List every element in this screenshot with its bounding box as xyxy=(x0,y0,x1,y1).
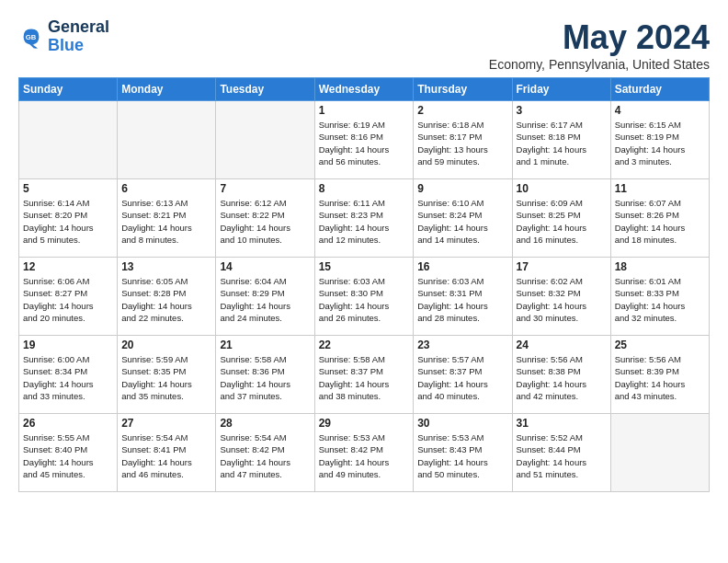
calendar-cell: 30Sunrise: 5:53 AM Sunset: 8:43 PM Dayli… xyxy=(414,414,512,492)
calendar-cell: 19Sunrise: 6:00 AM Sunset: 8:34 PM Dayli… xyxy=(19,336,118,414)
calendar-cell: 23Sunrise: 5:57 AM Sunset: 8:37 PM Dayli… xyxy=(414,336,512,414)
day-info: Sunrise: 5:59 AM Sunset: 8:35 PM Dayligh… xyxy=(121,353,211,402)
th-wednesday: Wednesday xyxy=(314,78,414,101)
th-sunday: Sunday xyxy=(19,78,118,101)
calendar-cell: 14Sunrise: 6:04 AM Sunset: 8:29 PM Dayli… xyxy=(216,258,314,336)
calendar-cell: 20Sunrise: 5:59 AM Sunset: 8:35 PM Dayli… xyxy=(118,336,216,414)
day-number: 12 xyxy=(23,260,113,273)
day-number: 29 xyxy=(319,417,410,430)
calendar-cell: 26Sunrise: 5:55 AM Sunset: 8:40 PM Dayli… xyxy=(19,414,118,492)
calendar-cell: 5Sunrise: 6:14 AM Sunset: 8:20 PM Daylig… xyxy=(19,179,118,258)
logo: GB General Blue xyxy=(18,18,109,55)
logo-general: General xyxy=(48,18,109,37)
calendar-cell xyxy=(216,101,314,179)
calendar-cell: 27Sunrise: 5:54 AM Sunset: 8:41 PM Dayli… xyxy=(118,414,216,492)
week-row-4: 19Sunrise: 6:00 AM Sunset: 8:34 PM Dayli… xyxy=(19,336,710,414)
day-info: Sunrise: 5:58 AM Sunset: 8:36 PM Dayligh… xyxy=(220,353,310,402)
calendar-cell: 18Sunrise: 6:01 AM Sunset: 8:33 PM Dayli… xyxy=(610,258,709,336)
day-number: 27 xyxy=(121,417,211,430)
day-number: 4 xyxy=(615,104,705,117)
day-number: 9 xyxy=(417,182,507,195)
day-info: Sunrise: 6:06 AM Sunset: 8:27 PM Dayligh… xyxy=(23,275,113,324)
day-info: Sunrise: 5:53 AM Sunset: 8:42 PM Dayligh… xyxy=(319,431,410,480)
week-row-5: 26Sunrise: 5:55 AM Sunset: 8:40 PM Dayli… xyxy=(19,414,710,492)
day-info: Sunrise: 5:54 AM Sunset: 8:41 PM Dayligh… xyxy=(121,431,211,480)
day-number: 10 xyxy=(517,182,607,195)
logo-icon: GB xyxy=(18,24,44,50)
header: GB General Blue May 2024 Economy, Pennsy… xyxy=(18,18,710,72)
calendar-cell: 13Sunrise: 6:05 AM Sunset: 8:28 PM Dayli… xyxy=(118,258,216,336)
calendar-cell: 6Sunrise: 6:13 AM Sunset: 8:21 PM Daylig… xyxy=(118,179,216,258)
day-info: Sunrise: 6:12 AM Sunset: 8:22 PM Dayligh… xyxy=(220,197,310,246)
day-number: 26 xyxy=(23,417,113,430)
day-number: 24 xyxy=(517,339,607,351)
day-number: 6 xyxy=(121,182,211,195)
calendar-cell xyxy=(610,414,709,492)
day-number: 21 xyxy=(220,339,310,351)
week-row-1: 1Sunrise: 6:19 AM Sunset: 8:16 PM Daylig… xyxy=(19,101,710,179)
day-number: 18 xyxy=(615,260,705,273)
calendar-cell xyxy=(118,101,216,179)
header-row: Sunday Monday Tuesday Wednesday Thursday… xyxy=(19,78,710,101)
calendar-cell: 24Sunrise: 5:56 AM Sunset: 8:38 PM Dayli… xyxy=(512,336,610,414)
calendar-cell: 4Sunrise: 6:15 AM Sunset: 8:19 PM Daylig… xyxy=(610,101,709,179)
day-info: Sunrise: 6:17 AM Sunset: 8:18 PM Dayligh… xyxy=(517,119,607,167)
day-number: 23 xyxy=(417,339,507,351)
day-info: Sunrise: 6:19 AM Sunset: 8:16 PM Dayligh… xyxy=(319,119,410,167)
calendar-cell: 9Sunrise: 6:10 AM Sunset: 8:24 PM Daylig… xyxy=(414,179,512,258)
day-number: 2 xyxy=(417,104,507,117)
svg-text:GB: GB xyxy=(26,33,37,41)
day-number: 31 xyxy=(517,417,607,430)
day-info: Sunrise: 6:02 AM Sunset: 8:32 PM Dayligh… xyxy=(517,275,607,324)
day-info: Sunrise: 5:56 AM Sunset: 8:39 PM Dayligh… xyxy=(615,353,705,402)
day-info: Sunrise: 6:10 AM Sunset: 8:24 PM Dayligh… xyxy=(417,197,507,246)
calendar-cell: 1Sunrise: 6:19 AM Sunset: 8:16 PM Daylig… xyxy=(314,101,414,179)
th-thursday: Thursday xyxy=(414,78,512,101)
day-number: 22 xyxy=(319,339,410,351)
day-info: Sunrise: 6:03 AM Sunset: 8:31 PM Dayligh… xyxy=(417,275,507,324)
day-info: Sunrise: 6:05 AM Sunset: 8:28 PM Dayligh… xyxy=(121,275,211,324)
calendar-cell: 25Sunrise: 5:56 AM Sunset: 8:39 PM Dayli… xyxy=(610,336,709,414)
calendar: Sunday Monday Tuesday Wednesday Thursday… xyxy=(18,77,710,492)
day-info: Sunrise: 5:53 AM Sunset: 8:43 PM Dayligh… xyxy=(417,431,507,480)
day-number: 14 xyxy=(220,260,310,273)
calendar-cell xyxy=(19,101,118,179)
month-title: May 2024 xyxy=(489,18,710,57)
day-info: Sunrise: 5:56 AM Sunset: 8:38 PM Dayligh… xyxy=(517,353,607,402)
day-number: 3 xyxy=(517,104,607,117)
day-number: 15 xyxy=(319,260,410,273)
calendar-cell: 28Sunrise: 5:54 AM Sunset: 8:42 PM Dayli… xyxy=(216,414,314,492)
day-info: Sunrise: 6:04 AM Sunset: 8:29 PM Dayligh… xyxy=(220,275,310,324)
day-info: Sunrise: 6:07 AM Sunset: 8:26 PM Dayligh… xyxy=(615,197,705,246)
calendar-cell: 10Sunrise: 6:09 AM Sunset: 8:25 PM Dayli… xyxy=(512,179,610,258)
day-number: 28 xyxy=(220,417,310,430)
calendar-cell: 2Sunrise: 6:18 AM Sunset: 8:17 PM Daylig… xyxy=(414,101,512,179)
calendar-cell: 22Sunrise: 5:58 AM Sunset: 8:37 PM Dayli… xyxy=(314,336,414,414)
calendar-cell: 3Sunrise: 6:17 AM Sunset: 8:18 PM Daylig… xyxy=(512,101,610,179)
page: GB General Blue May 2024 Economy, Pennsy… xyxy=(0,0,728,501)
day-info: Sunrise: 5:52 AM Sunset: 8:44 PM Dayligh… xyxy=(517,431,607,480)
day-info: Sunrise: 6:13 AM Sunset: 8:21 PM Dayligh… xyxy=(121,197,211,246)
day-number: 30 xyxy=(417,417,507,430)
day-info: Sunrise: 5:57 AM Sunset: 8:37 PM Dayligh… xyxy=(417,353,507,402)
day-number: 20 xyxy=(121,339,211,351)
day-number: 16 xyxy=(417,260,507,273)
th-monday: Monday xyxy=(118,78,216,101)
day-info: Sunrise: 5:54 AM Sunset: 8:42 PM Dayligh… xyxy=(220,431,310,480)
day-number: 11 xyxy=(615,182,705,195)
day-number: 17 xyxy=(517,260,607,273)
day-number: 19 xyxy=(23,339,113,351)
location: Economy, Pennsylvania, United States xyxy=(489,57,710,72)
calendar-cell: 8Sunrise: 6:11 AM Sunset: 8:23 PM Daylig… xyxy=(314,179,414,258)
day-number: 13 xyxy=(121,260,211,273)
day-info: Sunrise: 5:55 AM Sunset: 8:40 PM Dayligh… xyxy=(23,431,113,480)
calendar-cell: 29Sunrise: 5:53 AM Sunset: 8:42 PM Dayli… xyxy=(314,414,414,492)
title-block: May 2024 Economy, Pennsylvania, United S… xyxy=(489,18,710,72)
calendar-cell: 31Sunrise: 5:52 AM Sunset: 8:44 PM Dayli… xyxy=(512,414,610,492)
calendar-cell: 7Sunrise: 6:12 AM Sunset: 8:22 PM Daylig… xyxy=(216,179,314,258)
calendar-cell: 15Sunrise: 6:03 AM Sunset: 8:30 PM Dayli… xyxy=(314,258,414,336)
day-number: 1 xyxy=(319,104,410,117)
week-row-3: 12Sunrise: 6:06 AM Sunset: 8:27 PM Dayli… xyxy=(19,258,710,336)
week-row-2: 5Sunrise: 6:14 AM Sunset: 8:20 PM Daylig… xyxy=(19,179,710,258)
day-info: Sunrise: 6:14 AM Sunset: 8:20 PM Dayligh… xyxy=(23,197,113,246)
